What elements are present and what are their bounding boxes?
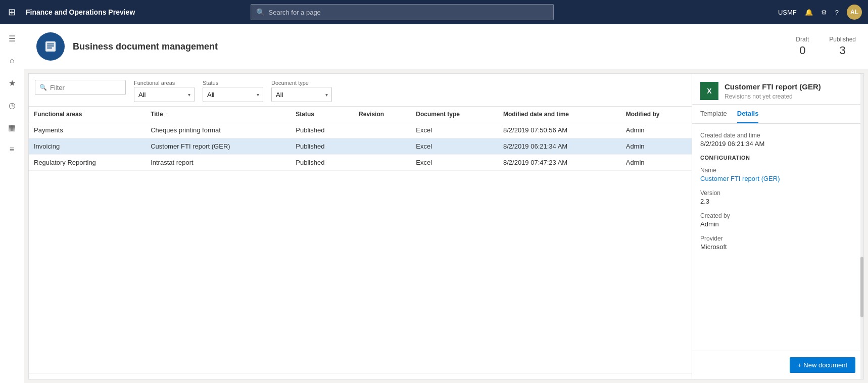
excel-icon: X xyxy=(700,82,718,100)
created-date-value: 8/2/2019 06:21:34 AM xyxy=(700,140,855,148)
table-cell: Payments xyxy=(29,122,146,138)
col-title[interactable]: Title ↑ xyxy=(146,107,291,122)
col-status[interactable]: Status xyxy=(291,107,354,122)
col-modified-date[interactable]: Modified date and time xyxy=(498,107,621,122)
status-select[interactable]: All xyxy=(203,87,263,102)
created-by-row: Created by Admin xyxy=(700,212,855,228)
version-label: Version xyxy=(700,189,855,197)
sidebar-item-recent[interactable]: ◷ xyxy=(2,95,22,115)
main-content: Business document management Draft 0 Pub… xyxy=(24,24,868,383)
published-label: Published xyxy=(829,36,856,43)
configuration-heading: CONFIGURATION xyxy=(700,155,855,161)
table-row[interactable]: InvoicingCustomer FTI report (GER)Publis… xyxy=(29,138,692,155)
functional-areas-select-wrap[interactable]: All xyxy=(134,87,195,102)
created-by-label: Created by xyxy=(700,212,855,219)
detail-title: Customer FTI report (GER) xyxy=(725,82,821,92)
app-title: Finance and Operations Preview xyxy=(26,8,135,16)
detail-content: Created date and time 8/2/2019 06:21:34 … xyxy=(692,124,863,351)
functional-areas-label: Functional areas xyxy=(134,80,195,86)
published-stat: Published 3 xyxy=(829,36,856,57)
tab-template[interactable]: Template xyxy=(700,105,727,123)
table-row[interactable]: Regulatory ReportingIntrastat reportPubl… xyxy=(29,155,692,171)
table-scrollbar[interactable] xyxy=(29,373,692,379)
table-header-row: Functional areas Title ↑ Status Revision… xyxy=(29,107,692,122)
table-cell: Cheques printing format xyxy=(146,122,291,138)
table-cell: Published xyxy=(291,138,354,155)
created-date-label: Created date and time xyxy=(700,132,855,139)
search-bar[interactable]: 🔍 xyxy=(251,4,554,20)
table-cell: Regulatory Reporting xyxy=(29,155,146,171)
sidebar-item-workspaces[interactable]: ▦ xyxy=(2,117,22,137)
settings-icon[interactable]: ⚙ xyxy=(821,9,827,16)
documents-table: Functional areas Title ↑ Status Revision… xyxy=(29,107,692,171)
filters-row: 🔍 Functional areas All Status Al xyxy=(29,74,692,107)
filter-input[interactable] xyxy=(50,84,121,91)
content-area: 🔍 Functional areas All Status Al xyxy=(28,73,864,379)
detail-subtitle: Revisions not yet created xyxy=(725,93,821,100)
table-cell: 8/2/2019 07:50:56 AM xyxy=(498,122,621,138)
col-document-type[interactable]: Document type xyxy=(411,107,498,122)
name-label: Name xyxy=(700,167,855,174)
table-cell: Intrastat report xyxy=(146,155,291,171)
provider-label: Provider xyxy=(700,235,855,242)
help-icon[interactable]: ? xyxy=(835,9,839,16)
document-type-label: Document type xyxy=(271,80,332,86)
document-type-select-wrap[interactable]: All xyxy=(271,87,332,102)
table-cell: 8/2/2019 07:47:23 AM xyxy=(498,155,621,171)
document-type-filter: Document type All xyxy=(271,80,332,102)
detail-title-wrap: Customer FTI report (GER) Revisions not … xyxy=(725,82,821,100)
right-scrollbar-thumb xyxy=(860,257,863,317)
sidebar-item-menu[interactable]: ☰ xyxy=(2,28,22,49)
draft-stat: Draft 0 xyxy=(796,36,809,57)
search-icon: 🔍 xyxy=(256,8,265,16)
document-type-select[interactable]: All xyxy=(271,87,332,102)
detail-header: X Customer FTI report (GER) Revisions no… xyxy=(692,74,863,105)
left-panel: 🔍 Functional areas All Status Al xyxy=(28,73,692,379)
table-cell xyxy=(354,155,411,171)
tab-details[interactable]: Details xyxy=(737,105,759,123)
svg-rect-2 xyxy=(47,45,54,46)
table-cell: Published xyxy=(291,122,354,138)
search-input[interactable] xyxy=(269,9,548,16)
status-filter: Status All xyxy=(203,80,263,102)
page-icon xyxy=(36,32,65,61)
status-select-wrap[interactable]: All xyxy=(203,87,263,102)
table-cell: Admin xyxy=(621,138,692,155)
functional-areas-filter: Functional areas All xyxy=(134,80,195,102)
right-scrollbar-track xyxy=(860,74,863,379)
col-modified-by[interactable]: Modified by xyxy=(621,107,692,122)
table-cell: Admin xyxy=(621,122,692,138)
left-sidebar: ☰ ⌂ ★ ◷ ▦ ≡ xyxy=(0,24,24,383)
name-row: Name Customer FTI report (GER) xyxy=(700,167,855,182)
col-functional-areas[interactable]: Functional areas xyxy=(29,107,146,122)
sort-icon: ↑ xyxy=(166,112,168,117)
table-cell: 8/2/2019 06:21:34 AM xyxy=(498,138,621,155)
detail-tabs: Template Details xyxy=(692,105,863,124)
table-cell: Excel xyxy=(411,122,498,138)
version-value: 2.3 xyxy=(700,198,855,205)
name-value[interactable]: Customer FTI report (GER) xyxy=(700,175,855,182)
filter-input-wrap[interactable]: 🔍 xyxy=(35,80,126,95)
filter-search-icon: 🔍 xyxy=(39,84,47,91)
functional-areas-select[interactable]: All xyxy=(134,87,195,102)
new-document-button[interactable]: + New document xyxy=(790,357,855,373)
sidebar-item-favorites[interactable]: ★ xyxy=(2,73,22,93)
right-panel: X Customer FTI report (GER) Revisions no… xyxy=(692,73,864,379)
sidebar-item-home[interactable]: ⌂ xyxy=(2,51,22,71)
version-row: Version 2.3 xyxy=(700,189,855,205)
user-avatar[interactable]: AL xyxy=(847,5,862,20)
nav-right: USMF 🔔 ⚙ ? AL xyxy=(778,5,862,20)
notifications-icon[interactable]: 🔔 xyxy=(805,9,813,16)
sidebar-item-modules[interactable]: ≡ xyxy=(2,139,22,160)
col-revision[interactable]: Revision xyxy=(354,107,411,122)
page-header: Business document management Draft 0 Pub… xyxy=(24,24,868,69)
user-company[interactable]: USMF xyxy=(778,9,797,16)
header-stats: Draft 0 Published 3 xyxy=(796,36,856,57)
draft-label: Draft xyxy=(796,36,809,43)
table-cell: Customer FTI report (GER) xyxy=(146,138,291,155)
grid-menu-icon[interactable]: ⊞ xyxy=(6,5,18,20)
table-cell xyxy=(354,138,411,155)
svg-rect-3 xyxy=(47,47,52,49)
table-row[interactable]: PaymentsCheques printing formatPublished… xyxy=(29,122,692,138)
table-cell xyxy=(354,122,411,138)
